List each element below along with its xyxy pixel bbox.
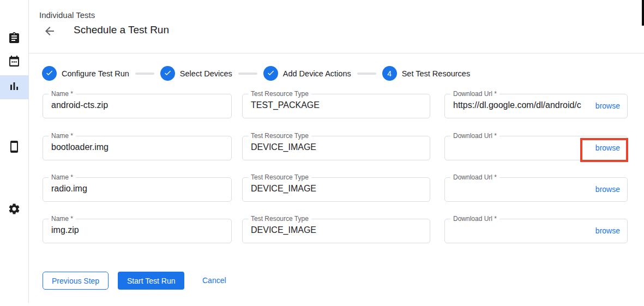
check-icon (267, 69, 275, 79)
step-label: Add Device Actions (283, 69, 351, 78)
clipboard-icon (8, 32, 21, 47)
gear-icon (8, 202, 21, 218)
name-field[interactable]: Name * img.zip (43, 219, 232, 243)
download-url-field[interactable]: Download Url * browse (444, 177, 628, 202)
step-completed-circle (263, 66, 278, 81)
field-label: Download Url * (450, 132, 499, 140)
step-connector (357, 73, 376, 75)
previous-step-button[interactable]: Previous Step (43, 272, 109, 290)
scrollbar-thumb[interactable] (642, 0, 644, 26)
step-completed-circle (160, 66, 175, 81)
resource-type-field[interactable]: Test Resource Type TEST_PACKAGE (242, 94, 430, 118)
field-label: Download Url * (450, 90, 499, 98)
header-divider (29, 53, 644, 53)
field-value: android-cts.zip (51, 100, 226, 110)
download-url-field[interactable]: Download Url * https://dl.google.com/dl/… (444, 94, 628, 118)
field-value: https://dl.google.com/dl/android/c (453, 100, 587, 110)
smartphone-icon (8, 140, 21, 155)
field-label: Name * (49, 132, 76, 140)
field-label: Name * (49, 90, 76, 98)
sidebar-item-devices[interactable] (0, 136, 28, 160)
field-value: DEVICE_IMAGE (251, 225, 424, 235)
browse-button[interactable]: browse (595, 143, 620, 152)
field-value: radio.img (51, 184, 226, 194)
start-test-run-button[interactable]: Start Test Run (118, 272, 184, 290)
page-title: Schedule a Test Run (74, 24, 169, 36)
resource-type-field[interactable]: Test Resource Type DEVICE_IMAGE (242, 219, 430, 243)
step-label: Set Test Resources (402, 69, 470, 78)
sidebar-item-settings[interactable] (0, 198, 28, 222)
field-label: Test Resource Type (248, 90, 311, 98)
field-label: Test Resource Type (248, 215, 311, 223)
name-field[interactable]: Name * bootloader.img (43, 136, 232, 160)
field-value: TEST_PACKAGE (251, 100, 424, 110)
sidebar-item-test-results[interactable] (0, 75, 28, 99)
resource-type-field[interactable]: Test Resource Type DEVICE_IMAGE (242, 177, 430, 202)
name-field[interactable]: Name * android-cts.zip (43, 94, 232, 118)
back-button[interactable] (43, 25, 57, 39)
field-label: Name * (49, 173, 76, 181)
step-configure-test-run[interactable]: Configure Test Run (42, 66, 129, 81)
field-label: Name * (49, 215, 76, 223)
name-field[interactable]: Name * radio.img (43, 177, 232, 202)
step-connector (135, 73, 154, 75)
bar-chart-icon (8, 80, 21, 95)
step-add-device-actions[interactable]: Add Device Actions (263, 66, 351, 81)
cancel-button[interactable]: Cancel (202, 276, 226, 285)
check-icon (45, 69, 53, 79)
step-number-circle: 4 (382, 66, 397, 81)
download-url-field[interactable]: Download Url * browse (444, 219, 628, 243)
sidebar-item-test-plans[interactable] (0, 50, 28, 74)
calendar-icon (8, 55, 21, 70)
step-select-devices[interactable]: Select Devices (160, 66, 232, 81)
step-connector (238, 73, 257, 75)
step-set-test-resources[interactable]: 4 Set Test Resources (382, 66, 470, 81)
step-completed-circle (42, 66, 57, 81)
breadcrumb: Individual Tests (39, 10, 95, 20)
download-url-field[interactable]: Download Url * browse (444, 136, 628, 160)
field-value: img.zip (51, 225, 226, 235)
field-value: bootloader.img (51, 142, 226, 152)
browse-button[interactable]: browse (595, 101, 620, 110)
browse-button[interactable]: browse (595, 185, 620, 194)
field-label: Download Url * (450, 173, 499, 181)
sidebar-item-tests[interactable] (0, 27, 28, 51)
sidebar (0, 0, 29, 303)
field-value: DEVICE_IMAGE (251, 184, 424, 194)
check-icon (164, 69, 172, 79)
browse-button[interactable]: browse (595, 226, 620, 235)
field-value: DEVICE_IMAGE (251, 142, 424, 152)
step-label: Select Devices (180, 69, 232, 78)
resource-type-field[interactable]: Test Resource Type DEVICE_IMAGE (242, 136, 430, 160)
step-label: Configure Test Run (62, 69, 129, 78)
stepper: Configure Test Run Select Devices Add De… (42, 66, 470, 81)
field-label: Test Resource Type (248, 173, 311, 181)
field-label: Test Resource Type (248, 132, 311, 140)
field-label: Download Url * (450, 215, 499, 223)
arrow-back-icon (43, 31, 56, 39)
